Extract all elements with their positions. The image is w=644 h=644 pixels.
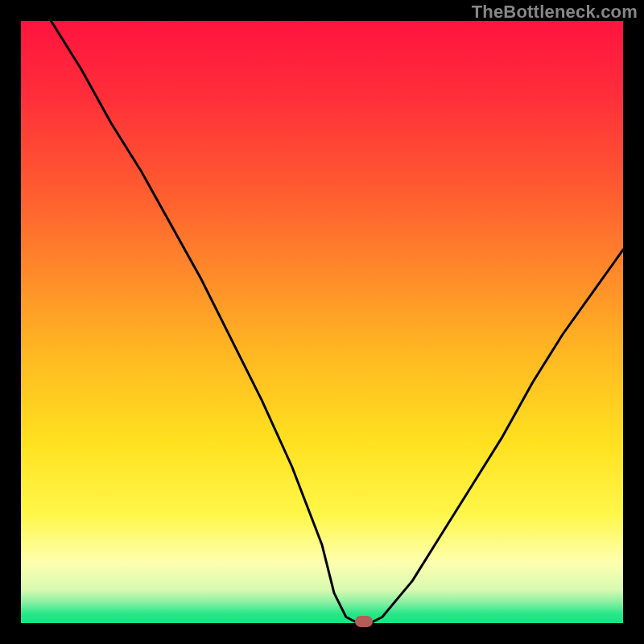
- plot-area: [21, 21, 623, 623]
- gradient-background: [21, 21, 623, 623]
- watermark-text: TheBottleneck.com: [472, 2, 638, 23]
- chart-frame: TheBottleneck.com: [0, 0, 644, 644]
- chart-svg: [21, 21, 623, 623]
- current-position-marker: [355, 616, 373, 627]
